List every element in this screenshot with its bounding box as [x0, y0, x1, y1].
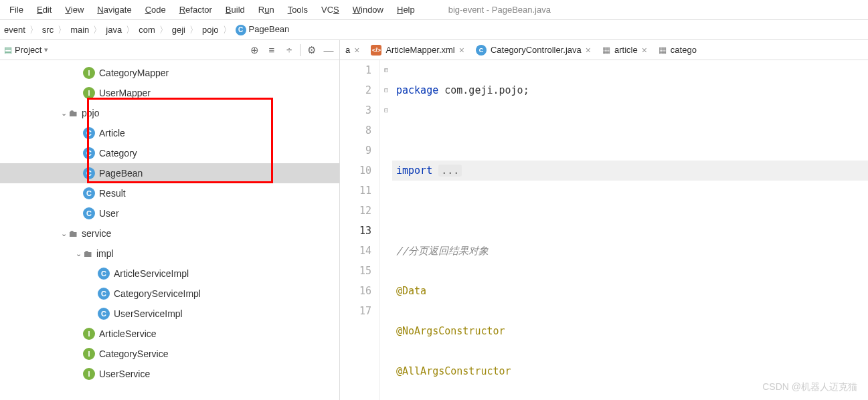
- code-editor[interactable]: 123891011121314151617 ⊞⊟⊟ package com.ge…: [340, 60, 868, 400]
- tree-label: UserMapper: [99, 88, 151, 98]
- crumb[interactable]: pojo: [202, 25, 219, 35]
- menu-build[interactable]: Build: [219, 2, 252, 17]
- xml-icon: </>: [371, 45, 381, 56]
- tree-label: ArticleService: [99, 328, 157, 339]
- tree-label: pojo: [82, 108, 99, 118]
- crumb[interactable]: event: [4, 25, 25, 35]
- menu-code[interactable]: Code: [139, 2, 173, 17]
- menu-window[interactable]: Window: [346, 2, 390, 17]
- project-tool-window: ▤ Project ▾ ⊕ ≡ ÷ ⚙ — ICategoryMapperIUs…: [0, 40, 340, 400]
- crumb[interactable]: src: [42, 25, 54, 35]
- tree-node[interactable]: IUserMapper: [0, 83, 339, 103]
- tab-articlemapper[interactable]: </>ArticleMapper.xml×: [365, 40, 470, 60]
- crumb[interactable]: java: [106, 25, 122, 35]
- folder-icon: 🖿: [68, 108, 78, 118]
- menu-refactor[interactable]: Refactor: [173, 2, 219, 17]
- tree-node[interactable]: IUserService: [0, 364, 339, 384]
- crumb[interactable]: com: [139, 25, 155, 35]
- tree-node[interactable]: CArticle: [0, 123, 339, 143]
- class-icon: C: [98, 308, 110, 320]
- menu-vcs[interactable]: VCS: [315, 2, 346, 17]
- interface-icon: I: [83, 67, 95, 79]
- class-icon: C: [98, 268, 110, 280]
- tree-node[interactable]: ICategoryService: [0, 344, 339, 364]
- tree-label: PageBean: [99, 168, 143, 179]
- class-icon: C: [98, 288, 110, 300]
- folder-icon: 🖿: [83, 248, 92, 259]
- class-icon: C: [476, 45, 487, 56]
- table-icon: ▦: [659, 45, 667, 55]
- code-content[interactable]: package com.geji.pojo; import ... //分页返回…: [392, 60, 868, 400]
- tree-node[interactable]: CPageBean: [0, 163, 339, 183]
- window-title: big-event - PageBean.java: [448, 5, 551, 15]
- interface-icon: I: [83, 348, 95, 360]
- collapse-icon[interactable]: ÷: [282, 43, 296, 57]
- project-title[interactable]: ▤ Project ▾: [4, 45, 48, 55]
- tree-label: service: [82, 228, 111, 239]
- close-icon[interactable]: ×: [586, 45, 591, 56]
- tree-node[interactable]: CUser: [0, 203, 339, 223]
- interface-icon: I: [83, 368, 95, 380]
- menu-run[interactable]: Run: [252, 2, 281, 17]
- interface-icon: I: [83, 328, 95, 340]
- class-icon: C: [83, 167, 95, 179]
- tree-node[interactable]: ⌄🖿impl: [0, 243, 339, 264]
- expand-icon[interactable]: ≡: [265, 43, 278, 57]
- table-icon: ▦: [602, 45, 610, 55]
- menu-bar: File Edit View Navigate Code Refactor Bu…: [0, 0, 868, 20]
- tree-node[interactable]: CCategory: [0, 143, 339, 163]
- minimize-icon[interactable]: —: [322, 43, 335, 57]
- menu-edit[interactable]: Edit: [30, 2, 58, 17]
- class-icon: C: [83, 147, 95, 159]
- tree-node[interactable]: CArticleServiceImpl: [0, 264, 339, 284]
- breadcrumb: event〉 src〉 main〉 java〉 com〉 geji〉 pojo〉…: [0, 20, 868, 40]
- editor-tabs: a× </>ArticleMapper.xml× CCategoryContro…: [340, 40, 868, 60]
- class-icon: C: [83, 207, 95, 219]
- crumb[interactable]: main: [70, 25, 89, 35]
- tree-node[interactable]: ⌄🖿pojo: [0, 103, 339, 123]
- gear-icon[interactable]: ⚙: [305, 43, 318, 57]
- tree-label: CategoryMapper: [99, 68, 169, 78]
- tree-node[interactable]: ⌄🖿service: [0, 223, 339, 243]
- tab-article[interactable]: ▦article×: [597, 40, 653, 60]
- menu-navigate[interactable]: Navigate: [90, 2, 138, 17]
- fold-column[interactable]: ⊞⊟⊟: [380, 60, 392, 400]
- tree-label: Result: [99, 188, 126, 199]
- tree-label: CategoryServiceImpl: [114, 288, 201, 299]
- class-icon: C: [83, 127, 95, 139]
- interface-icon: I: [83, 87, 95, 99]
- tree-node[interactable]: ICategoryMapper: [0, 63, 339, 83]
- tree-label: Category: [99, 148, 137, 159]
- close-icon[interactable]: ×: [354, 45, 359, 56]
- editor-area: a× </>ArticleMapper.xml× CCategoryContro…: [340, 40, 868, 400]
- gutter: 123891011121314151617: [340, 60, 380, 400]
- class-icon: C: [83, 187, 95, 199]
- tree-label: CategoryService: [99, 348, 169, 359]
- folder-icon: 🖿: [68, 228, 78, 239]
- tree-node[interactable]: CCategoryServiceImpl: [0, 284, 339, 304]
- menu-view[interactable]: View: [58, 2, 90, 17]
- project-tree[interactable]: ICategoryMapperIUserMapper⌄🖿pojoCArticle…: [0, 60, 339, 400]
- watermark: CSDN @机器人迈克猫: [762, 381, 857, 393]
- menu-file[interactable]: File: [3, 2, 30, 17]
- tree-node[interactable]: CUserServiceImpl: [0, 304, 339, 324]
- class-icon: C: [236, 25, 246, 35]
- tree-node[interactable]: CResult: [0, 183, 339, 203]
- crumb[interactable]: geji: [172, 25, 185, 35]
- close-icon[interactable]: ×: [459, 45, 464, 56]
- tree-label: UserService: [99, 369, 150, 379]
- tab-catego[interactable]: ▦catego: [653, 40, 703, 60]
- crumb-current[interactable]: CPageBean: [236, 24, 290, 35]
- menu-tools[interactable]: Tools: [281, 2, 315, 17]
- tree-label: impl: [96, 248, 114, 259]
- close-icon[interactable]: ×: [642, 45, 647, 56]
- tree-label: UserServiceImpl: [114, 308, 183, 319]
- tab[interactable]: a×: [340, 40, 365, 60]
- menu-help[interactable]: Help: [390, 2, 422, 17]
- tree-label: User: [99, 208, 119, 219]
- tree-label: Article: [99, 128, 125, 138]
- project-header: ▤ Project ▾ ⊕ ≡ ÷ ⚙ —: [0, 40, 339, 60]
- tree-node[interactable]: IArticleService: [0, 324, 339, 344]
- tab-categorycontroller[interactable]: CCategoryController.java×: [470, 40, 597, 60]
- target-icon[interactable]: ⊕: [248, 43, 261, 57]
